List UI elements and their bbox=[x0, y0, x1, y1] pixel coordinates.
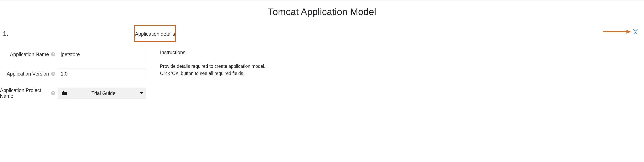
briefcase-icon bbox=[61, 91, 67, 96]
chevron-down-icon bbox=[633, 29, 638, 32]
instructions-heading: Instructions bbox=[160, 50, 265, 55]
application-version-input[interactable] bbox=[58, 68, 146, 79]
label-app-name: Application Name bbox=[10, 52, 49, 57]
field-cell-app-version bbox=[58, 68, 146, 79]
instructions-panel: Instructions Provide details required to… bbox=[155, 49, 265, 77]
svg-text:?: ? bbox=[52, 53, 54, 56]
annotation-arrow-icon bbox=[603, 29, 631, 34]
section-title: Application details bbox=[135, 30, 175, 37]
field-cell-app-project: Trial Guide bbox=[58, 88, 146, 99]
section-head: 1. Application details bbox=[0, 23, 644, 45]
application-name-input[interactable] bbox=[58, 49, 146, 60]
row-application-name: Application Name ? bbox=[0, 49, 155, 60]
svg-rect-8 bbox=[62, 92, 67, 95]
svg-text:?: ? bbox=[52, 91, 54, 95]
application-project-selected: Trial Guide bbox=[67, 90, 140, 96]
label-app-project: Application Project Name bbox=[0, 87, 49, 99]
instructions-body: Provide details required to create appli… bbox=[160, 63, 265, 77]
application-project-select[interactable]: Trial Guide bbox=[58, 88, 146, 99]
annotation-arrow-group bbox=[603, 29, 638, 34]
section-title-highlight: Application details bbox=[134, 25, 176, 42]
svg-text:?: ? bbox=[52, 72, 54, 75]
label-cell-app-project: Application Project Name ? bbox=[0, 87, 58, 99]
label-cell-app-name: Application Name ? bbox=[0, 52, 58, 57]
field-cell-app-name bbox=[58, 49, 146, 60]
step-number: 1. bbox=[3, 30, 8, 37]
form-fields: Application Name ? Appl bbox=[0, 49, 155, 99]
help-icon[interactable]: ? bbox=[51, 91, 55, 95]
svg-marker-1 bbox=[626, 30, 631, 34]
svg-marker-11 bbox=[140, 92, 143, 94]
page-root: Tomcat Application Model 1. Application … bbox=[0, 0, 644, 99]
svg-rect-10 bbox=[64, 91, 65, 92]
chevron-up-icon bbox=[633, 32, 638, 34]
label-cell-app-version: Application Version ? bbox=[0, 71, 58, 77]
instructions-line-2: Click 'OK' button to see all required fi… bbox=[160, 70, 265, 77]
page-header: Tomcat Application Model bbox=[0, 1, 644, 23]
form-area: Application Name ? Appl bbox=[0, 45, 644, 99]
section-application-details: 1. Application details bbox=[0, 23, 644, 99]
help-icon[interactable]: ? bbox=[51, 72, 55, 76]
row-application-project: Application Project Name ? bbox=[0, 88, 155, 99]
help-icon[interactable]: ? bbox=[51, 52, 55, 57]
caret-down-icon bbox=[140, 91, 143, 95]
row-application-version: Application Version ? bbox=[0, 68, 155, 79]
instructions-line-1: Provide details required to create appli… bbox=[160, 63, 265, 70]
page-title: Tomcat Application Model bbox=[0, 6, 644, 17]
label-app-version: Application Version bbox=[6, 71, 49, 77]
collapse-expand-control[interactable] bbox=[633, 29, 638, 34]
